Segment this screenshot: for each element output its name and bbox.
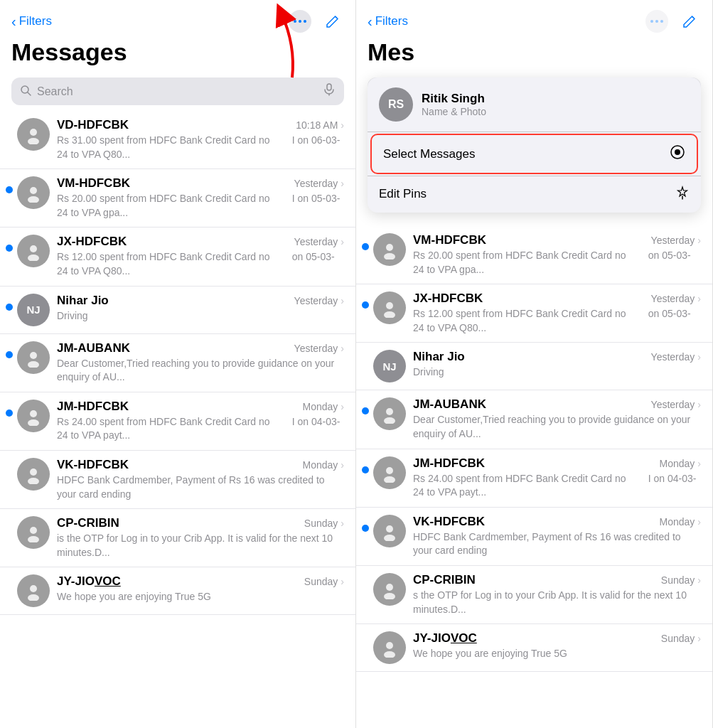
- select-messages-icon: [670, 144, 685, 164]
- right-back-button[interactable]: ‹ Filters: [368, 14, 408, 30]
- right-avatar-jy: [373, 631, 406, 664]
- right-message-content-6: VK-HDFCBK Monday › HDFC Bank Cardmember,…: [413, 515, 701, 558]
- svg-point-37: [384, 535, 395, 541]
- left-search-bar[interactable]: Search: [11, 77, 344, 105]
- sender-name-2: VM-HDFCBK: [57, 176, 130, 191]
- left-search-placeholder[interactable]: Search: [37, 85, 317, 98]
- right-message-content-8: JY-JIOVOC Sunday › We hope you are enjoy…: [413, 631, 701, 661]
- right-header: ‹ Filters Mes: [356, 0, 712, 77]
- svg-point-41: [384, 651, 395, 658]
- message-time-4: Yesterday ›: [294, 295, 344, 306]
- left-compose-button[interactable]: [321, 10, 344, 33]
- left-message-item-1[interactable]: VD-HDFCBK 10:18 AM › Rs 31.00 spent from…: [0, 111, 355, 169]
- dropdown-profile[interactable]: RS Ritik Singh Name & Photo: [368, 77, 701, 132]
- left-message-item-6[interactable]: JM-HDFCBK Monday › Rs 24.00 spent from H…: [0, 392, 355, 451]
- right-more-button[interactable]: [645, 10, 668, 33]
- svg-point-18: [28, 536, 39, 542]
- left-nav-row: ‹ Filters: [11, 10, 344, 33]
- left-header-icons: [289, 10, 344, 33]
- svg-point-39: [384, 593, 395, 599]
- left-back-chevron-icon: ‹: [11, 14, 16, 30]
- right-message-content-2: JX-HDFCBK Yesterday › Rs 12.00 spent fro…: [413, 291, 701, 335]
- right-unread-dot-2: [362, 301, 369, 309]
- right-header-icons: [645, 10, 701, 33]
- message-time-8: Sunday ›: [304, 518, 344, 529]
- right-message-preview-3: Driving: [413, 365, 701, 380]
- right-message-item-1[interactable]: VM-HDFCBK Yesterday › Rs 20.00 spent fro…: [356, 226, 712, 284]
- svg-point-10: [28, 255, 39, 261]
- svg-point-20: [28, 594, 39, 601]
- edit-pins-icon: [675, 186, 690, 203]
- right-sender-name-2: JX-HDFCBK: [413, 291, 483, 306]
- avatar-vk: [17, 458, 50, 491]
- message-preview-9: We hope you are enjoying True 5G: [57, 590, 344, 604]
- right-three-dots-icon: [650, 20, 663, 23]
- svg-point-17: [30, 527, 37, 534]
- svg-point-28: [386, 244, 393, 251]
- right-message-time-8: Sunday ›: [661, 633, 701, 644]
- dropdown-menu: RS Ritik Singh Name & Photo Select Messa…: [368, 77, 701, 213]
- left-message-item-5[interactable]: JM-AUBANK Yesterday › Dear Customer,Trie…: [0, 334, 355, 392]
- right-message-preview-4: Dear Customer,Tried reaching you to prov…: [413, 413, 701, 441]
- unread-dot-5: [6, 351, 13, 358]
- right-message-item-8[interactable]: JY-JIOVOC Sunday › We hope you are enjoy…: [356, 624, 712, 672]
- svg-point-34: [386, 467, 393, 474]
- right-message-preview-5: Rs 24.00 spent from HDFC Bank Credit Car…: [413, 472, 701, 500]
- right-message-time-6: Monday ›: [660, 516, 701, 528]
- svg-point-11: [30, 352, 37, 359]
- left-page-title: Messages: [11, 36, 344, 72]
- right-back-label: Filters: [375, 14, 408, 28]
- right-avatar-nj: NJ: [373, 350, 406, 382]
- left-mic-icon[interactable]: [323, 83, 336, 100]
- svg-point-7: [30, 187, 37, 194]
- right-unread-dot-6: [362, 525, 369, 532]
- select-messages-label: Select Messages: [383, 147, 475, 161]
- message-content-1: VD-HDFCBK 10:18 AM › Rs 31.00 spent from…: [57, 118, 344, 161]
- dropdown-select-messages[interactable]: Select Messages: [370, 134, 698, 174]
- svg-point-32: [386, 408, 393, 415]
- message-preview-8: is the OTP for Log in to your Crib App. …: [57, 532, 344, 560]
- message-preview-3: Rs 12.00 spent from HDFC Bank Credit Car…: [57, 250, 344, 278]
- message-content-3: JX-HDFCBK Yesterday › Rs 12.00 spent fro…: [57, 235, 344, 278]
- left-message-item-3[interactable]: JX-HDFCBK Yesterday › Rs 12.00 spent fro…: [0, 228, 355, 286]
- svg-point-38: [386, 584, 393, 591]
- left-more-button[interactable]: [289, 10, 311, 33]
- right-message-list: VM-HDFCBK Yesterday › Rs 20.00 spent fro…: [356, 226, 712, 672]
- right-sender-name-4: JM-AUBANK: [413, 397, 486, 412]
- message-preview-5: Dear Customer,Tried reaching you to prov…: [57, 357, 344, 385]
- right-unread-dot-5: [362, 466, 369, 473]
- right-message-time-2: Yesterday ›: [651, 293, 701, 304]
- svg-point-26: [675, 149, 680, 155]
- svg-point-29: [384, 253, 395, 259]
- right-avatar-jmhdf: [373, 456, 406, 489]
- left-header: ‹ Filters: [0, 0, 355, 77]
- avatar-cp: [17, 516, 50, 549]
- right-message-item-4[interactable]: JM-AUBANK Yesterday › Dear Customer,Trie…: [356, 390, 712, 449]
- left-message-item-9[interactable]: JY-JIOVOC Sunday › We hope you are enjoy…: [0, 567, 355, 615]
- sender-name-4: Nihar Jio: [57, 294, 109, 308]
- left-message-item-8[interactable]: CP-CRIBIN Sunday › is the OTP for Log in…: [0, 509, 355, 567]
- left-message-item-4[interactable]: NJ Nihar Jio Yesterday › Driving: [0, 287, 355, 334]
- right-sender-name-3: Nihar Jio: [413, 350, 465, 364]
- right-message-item-7[interactable]: CP-CRIBIN Sunday › s the OTP for Log in …: [356, 566, 712, 624]
- right-message-item-2[interactable]: JX-HDFCBK Yesterday › Rs 12.00 spent fro…: [356, 284, 712, 343]
- right-compose-button[interactable]: [678, 10, 701, 33]
- message-content-7: VK-HDFCBK Monday › HDFC Bank Cardmember,…: [57, 458, 344, 501]
- avatar-jx: [17, 235, 50, 267]
- svg-point-8: [28, 196, 39, 203]
- right-panel: ‹ Filters Mes: [356, 0, 713, 728]
- right-message-item-5[interactable]: JM-HDFCBK Monday › Rs 24.00 spent from H…: [356, 449, 712, 508]
- right-message-item-6[interactable]: VK-HDFCBK Monday › HDFC Bank Cardmember,…: [356, 508, 712, 566]
- right-message-item-3[interactable]: NJ Nihar Jio Yesterday › Driving: [356, 343, 712, 390]
- sender-name-9: JY-JIOVOC: [57, 574, 121, 589]
- message-preview-2: Rs 20.00 spent from HDFC Bank Credit Car…: [57, 192, 344, 220]
- right-sender-name-7: CP-CRIBIN: [413, 573, 476, 587]
- left-message-item-2[interactable]: VM-HDFCBK Yesterday › Rs 20.00 spent fro…: [0, 169, 355, 228]
- right-sender-name-6: VK-HDFCBK: [413, 515, 485, 529]
- left-back-button[interactable]: ‹ Filters: [11, 14, 52, 30]
- message-time-2: Yesterday ›: [294, 178, 344, 189]
- dropdown-edit-pins[interactable]: Edit Pins: [368, 176, 701, 213]
- svg-point-36: [386, 525, 393, 532]
- avatar-nj: NJ: [17, 294, 50, 326]
- left-message-item-7[interactable]: VK-HDFCBK Monday › HDFC Bank Cardmember,…: [0, 451, 355, 509]
